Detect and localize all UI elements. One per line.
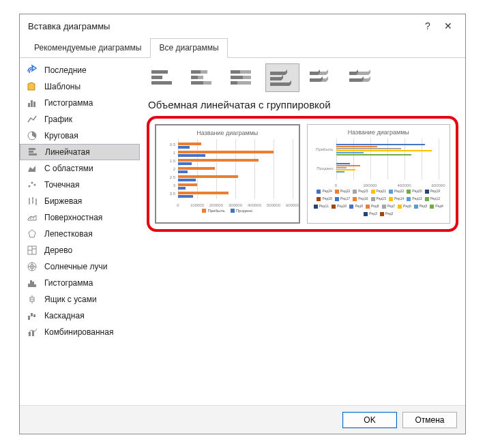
sidebar-item-recent[interactable]: Последние [20,62,140,78]
svg-rect-26 [191,70,201,74]
sidebar-item-pie[interactable]: Круговая [20,128,140,144]
sidebar-item-templates[interactable]: Шаблоны [20,78,140,95]
sidebar-item-stock[interactable]: Биржевая [20,193,140,209]
column-chart-icon [27,98,39,108]
subtype-3d-clustered-bar[interactable] [265,63,299,92]
chart-area-2: Прибыль Продано [316,138,442,188]
subtype-clustered-bar[interactable] [147,63,181,92]
svg-rect-25 [151,81,172,85]
waterfall-chart-icon [27,310,39,321]
line-chart-icon [27,114,39,125]
svg-rect-37 [231,81,237,85]
sidebar-item-sunburst[interactable]: Солнечные лучи [20,258,140,275]
sidebar-item-treemap[interactable]: Дерево [20,242,140,258]
close-button[interactable]: ✕ [438,20,458,31]
svg-rect-18 [28,316,30,320]
svg-rect-24 [151,76,162,79]
preview-legend-2: Ряд24Ряд22Ряд23Ряд21Ряд22Ряд20Ряд19Ряд18… [313,189,445,216]
sidebar-item-bar[interactable]: Линейчатая [20,144,140,160]
stock-chart-icon [27,196,39,207]
recent-icon [27,65,39,76]
sunburst-chart-icon [27,261,39,272]
preview-row: Название диаграммы 0.5 1 1.5 2 2.5 3 3.5 [147,116,458,232]
treemap-chart-icon [27,245,39,256]
sidebar-item-label: Лепестковая [44,229,93,239]
svg-rect-1 [31,100,33,107]
subtype-title: Объемная линейчатая с группировкой [147,99,458,110]
cancel-button[interactable]: Отмена [402,412,457,428]
sidebar-item-radar[interactable]: Лепестковая [20,226,140,242]
tab-strip: Рекомендуемые диаграммы Все диаграммы [20,38,465,58]
histogram-chart-icon [27,278,39,288]
sidebar-item-label: Ящик с усами [44,295,97,304]
chart-preview-2[interactable]: Название диаграммы Прибыль Продано [307,124,451,224]
svg-rect-0 [28,103,30,107]
sidebar-item-label: Поверхностная [44,213,102,222]
sidebar-item-label: Шаблоны [44,82,80,91]
sidebar-item-boxwhisker[interactable]: Ящик с усами [20,291,140,308]
scatter-chart-icon [27,179,39,190]
sidebar-item-area[interactable]: С областями [20,160,140,177]
sidebar-item-waterfall[interactable]: Каскадная [20,308,140,324]
preview-title: Название диаграммы [162,130,293,136]
surface-chart-icon [27,212,39,223]
svg-rect-6 [29,153,37,155]
svg-rect-16 [34,284,36,287]
sidebar-item-label: Точечная [44,180,79,190]
svg-rect-22 [32,331,34,336]
svg-rect-35 [231,76,243,79]
svg-rect-33 [231,70,240,74]
svg-rect-14 [30,280,32,287]
sidebar-item-label: Комбинированная [44,327,113,337]
chart-preview-1[interactable]: Название диаграммы 0.5 1 1.5 2 2.5 3 3.5 [155,124,300,224]
sidebar-item-label: Гистограмма [44,278,93,288]
sidebar-item-label: Дерево [44,245,72,255]
bar-chart-icon [27,147,40,158]
chart-content: Объемная линейчатая с группировкой Назва… [140,58,465,404]
radar-chart-icon [27,228,39,239]
dialog-footer: OK Отмена [20,405,465,434]
svg-rect-23 [151,70,168,74]
svg-rect-31 [203,81,211,85]
sidebar-item-line[interactable]: График [20,111,140,128]
sidebar-item-label: Гистограмма [44,98,93,108]
sidebar-item-histogram[interactable]: Гистограмма [20,275,140,291]
svg-rect-19 [31,313,33,316]
sidebar-item-label: Солнечные лучи [44,262,107,271]
svg-rect-4 [29,148,35,150]
combo-chart-icon [27,327,39,338]
subtype-100stacked-bar[interactable] [226,63,260,92]
tab-all[interactable]: Все диаграммы [150,38,227,58]
svg-point-9 [34,184,36,186]
subtype-stacked-bar[interactable] [186,63,220,92]
tab-recommended[interactable]: Рекомендуемые диаграммы [25,38,150,58]
sidebar-item-label: График [44,115,72,124]
svg-rect-27 [201,70,207,74]
subtype-row [147,63,458,92]
area-chart-icon [27,163,39,174]
insert-chart-dialog: Вставка диаграммы ? ✕ Рекомендуемые диаг… [19,14,466,434]
svg-rect-5 [29,151,33,153]
sidebar-item-label: С областями [44,164,93,173]
svg-rect-15 [32,282,34,287]
pie-chart-icon [27,130,39,141]
svg-rect-30 [191,81,203,85]
dialog-title: Вставка диаграммы [28,21,110,31]
chart-category-sidebar: Последние Шаблоны Гистограмма График Кру… [20,58,140,404]
svg-rect-13 [28,284,30,287]
svg-point-8 [31,182,33,184]
sidebar-item-scatter[interactable]: Точечная [20,177,140,193]
svg-rect-29 [198,76,203,79]
svg-rect-2 [33,102,35,107]
subtype-3d-stacked-bar[interactable] [305,63,339,92]
sidebar-item-column[interactable]: Гистограмма [20,95,140,111]
help-button[interactable]: ? [417,20,438,31]
sidebar-item-surface[interactable]: Поверхностная [20,209,140,226]
templates-icon [27,81,39,92]
chart-area-1: 0.5 1 1.5 2 2.5 3 3.5 0 [164,139,291,207]
ok-button[interactable]: OK [342,412,397,428]
subtype-3d-100stacked-bar[interactable] [344,63,379,92]
sidebar-item-label: Каскадная [44,311,85,320]
titlebar: Вставка диаграммы ? ✕ [20,14,465,38]
sidebar-item-combo[interactable]: Комбинированная [20,324,140,340]
